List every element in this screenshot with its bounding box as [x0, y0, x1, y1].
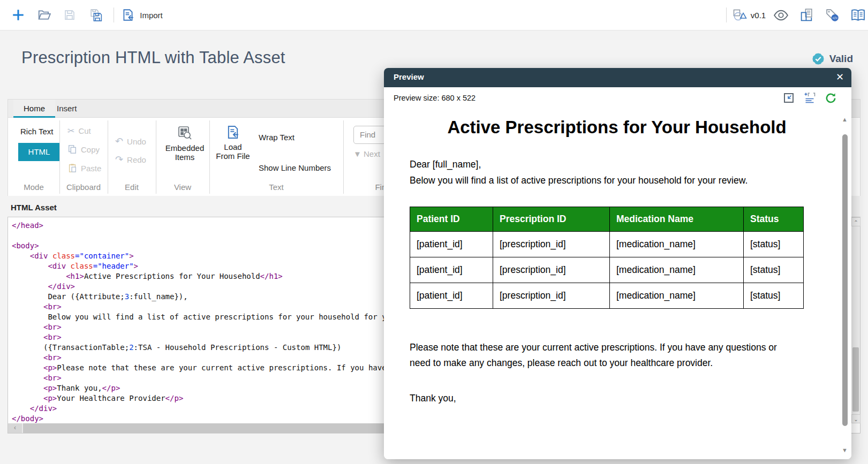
table-cell: [medication_name] [610, 283, 744, 309]
group-label-edit: Edit [108, 182, 156, 192]
scroll-up-arrow[interactable]: ▲ [842, 116, 848, 123]
table-cell: [medication_name] [610, 257, 744, 283]
import-button[interactable]: Import [121, 0, 163, 30]
table-cell: [prescription_id] [493, 283, 610, 309]
cut-button[interactable]: ✂Cut [67, 126, 91, 136]
mode-rich-text-button[interactable]: Rich Text [20, 127, 53, 136]
resize-icon [783, 92, 795, 104]
version-label: v0.1 [751, 11, 766, 20]
toolbar-divider [726, 7, 727, 22]
version-button[interactable]: v0.1 [730, 0, 768, 30]
group-label-clipboard: Clipboard [59, 182, 108, 192]
resize-preview-button[interactable] [783, 92, 796, 105]
svg-text:</>: </> [832, 16, 837, 19]
table-header-cell: Medication Name [610, 207, 744, 232]
find-next-button[interactable]: ▼ Next [353, 149, 380, 158]
new-button[interactable] [9, 0, 28, 30]
eye-icon [773, 10, 789, 21]
save-button-disabled[interactable] [60, 0, 79, 30]
table-row: [patient_id][prescription_id][medication… [410, 283, 804, 309]
code-tag-icon: </> [825, 8, 840, 22]
scroll-down-arrow[interactable]: ▼ [842, 447, 848, 453]
assets-button[interactable] [797, 0, 816, 30]
editor-vertical-scrollbar[interactable]: ⌃ ⌄ [851, 217, 860, 423]
undo-icon: ↶ [115, 135, 123, 147]
group-divider [343, 120, 344, 194]
table-cell: [prescription_id] [493, 232, 610, 257]
table-cell: [status] [744, 283, 804, 309]
table-header-cell: Patient ID [410, 207, 493, 232]
table-header-cell: Prescription ID [493, 207, 610, 232]
show-line-numbers-toggle[interactable]: Show Line Numbers [259, 163, 331, 172]
copy-button[interactable]: Copy [67, 144, 100, 154]
preview-page: Active Prescriptions for Your Household … [392, 110, 842, 459]
preview-content: Active Prescriptions for Your Household … [384, 110, 851, 459]
cut-icon: ✂ [67, 126, 74, 136]
preview-size-label: Preview size: 680 x 522 [394, 94, 475, 102]
folder-open-icon [37, 8, 51, 22]
scroll-up-button[interactable]: ⌃ [851, 217, 861, 226]
group-label-mode: Mode [8, 182, 59, 192]
top-toolbar: Import v0.1 </> [0, 0, 868, 31]
plus-icon [11, 8, 25, 22]
scrollbar-thumb[interactable] [852, 347, 859, 412]
preview-modal: Preview ✕ Preview size: 680 x 522 Active… [384, 68, 851, 459]
table-row: [patient_id][prescription_id][medication… [410, 232, 804, 257]
close-icon[interactable]: ✕ [836, 71, 844, 83]
save-as-icon [89, 8, 103, 22]
table-cell: [status] [744, 257, 804, 283]
tags-button[interactable]: </> [822, 0, 842, 30]
preview-thanks: Thank you, [410, 393, 810, 404]
refresh-icon [825, 92, 837, 104]
triangle-down-icon: ▼ [353, 149, 361, 158]
scrollbar-thumb[interactable] [842, 134, 848, 426]
valid-label: Valid [829, 53, 853, 65]
redo-icon: ↷ [115, 154, 123, 165]
paste-icon [67, 163, 77, 173]
table-cell: [status] [744, 232, 804, 257]
scroll-down-button[interactable]: ⌄ [851, 414, 861, 423]
redo-button[interactable]: ↷Redo [115, 154, 146, 165]
table-cell: [patient_id] [410, 232, 493, 257]
load-from-file-icon [225, 125, 240, 140]
preview-table: Patient IDPrescription IDMedication Name… [410, 207, 804, 309]
preview-modal-title: Preview [394, 72, 424, 81]
paste-button[interactable]: Paste [67, 163, 101, 173]
group-label-text: Text [209, 182, 343, 192]
scroll-left-button[interactable]: ‹ [8, 423, 22, 433]
docs-button[interactable] [848, 0, 867, 30]
table-cell: [patient_id] [410, 257, 493, 283]
insert-sample-data-button[interactable] [803, 92, 816, 105]
mode-html-button[interactable]: HTML [18, 143, 60, 161]
table-cell: [medication_name] [610, 232, 744, 257]
preview-greeting: Dear [full_name], [410, 159, 810, 170]
import-label: Import [140, 11, 163, 20]
preview-scrollbar[interactable]: ▲ ▼ [841, 112, 849, 457]
table-row: [patient_id][prescription_id][medication… [410, 257, 804, 283]
copy-icon [67, 144, 77, 154]
group-label-view: View [156, 182, 209, 192]
undo-button[interactable]: ↶Undo [115, 135, 146, 147]
import-icon [121, 8, 135, 22]
valid-badge: Valid [811, 51, 853, 66]
valid-seal-icon [811, 51, 826, 66]
preview-intro: Below you will find a list of active pre… [410, 175, 810, 186]
preview-eye-button[interactable] [771, 0, 790, 30]
page-title: Prescription HTML with Table Asset [21, 48, 285, 67]
embedded-items-button[interactable]: Embedded Items [159, 125, 210, 162]
table-cell: [prescription_id] [493, 257, 610, 283]
shapes-icon [733, 9, 748, 22]
tab-insert[interactable]: Insert [47, 100, 87, 118]
refresh-preview-button[interactable] [825, 92, 837, 105]
wrap-text-toggle[interactable]: Wrap Text [259, 133, 295, 142]
preview-toolbar: Preview size: 680 x 522 [384, 87, 851, 110]
save-as-button[interactable] [86, 0, 106, 30]
load-from-file-button[interactable]: Load From File [209, 125, 257, 161]
table-cell: [patient_id] [410, 283, 493, 309]
book-icon [850, 9, 866, 21]
open-button[interactable] [34, 0, 54, 30]
preview-heading: Active Prescriptions for Your Household [429, 112, 804, 143]
preview-note: Please note that these are your current … [410, 340, 778, 371]
embedded-items-icon [177, 125, 193, 141]
preview-modal-header[interactable]: Preview ✕ [384, 68, 851, 87]
